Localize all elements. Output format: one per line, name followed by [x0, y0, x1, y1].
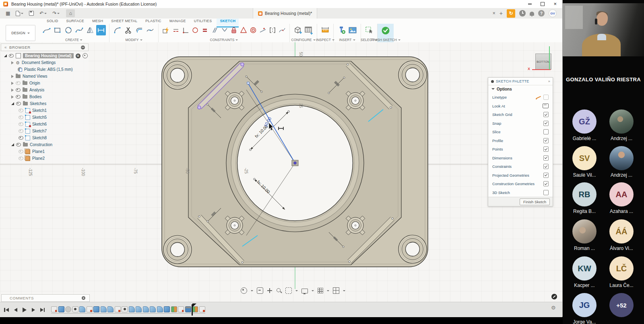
- tree-item[interactable]: Plastic Rule: ABS (1,5 mm): [1, 66, 89, 73]
- expand-icon[interactable]: [11, 102, 14, 105]
- comments-expand-icon[interactable]: [82, 296, 85, 300]
- viewport-canvas[interactable]: fx: 10.00 fx: 10.00 10.00: [0, 42, 562, 302]
- chevron-down-icon[interactable]: [327, 290, 329, 293]
- feature-extrude-icon[interactable]: [58, 306, 64, 312]
- tab-manage[interactable]: MANAGE: [166, 19, 189, 23]
- coincident-constraint-icon[interactable]: [181, 25, 190, 35]
- design-workspace-dropdown[interactable]: DESIGN: [6, 25, 35, 41]
- modify-spline-tool[interactable]: [145, 25, 155, 35]
- options-section[interactable]: Options: [488, 85, 553, 93]
- settings-gear-icon[interactable]: ⚙: [551, 305, 556, 311]
- feature-sketch-icon[interactable]: [51, 306, 57, 312]
- notifications-icon[interactable]: [530, 12, 534, 16]
- feature-fillet-icon[interactable]: [79, 306, 85, 312]
- feature-hole-icon[interactable]: [72, 306, 78, 312]
- select-icon[interactable]: [364, 25, 374, 35]
- tree-item[interactable]: Named Views: [1, 73, 89, 80]
- display-settings-icon[interactable]: [301, 289, 308, 293]
- tab-solid[interactable]: SOLID: [43, 19, 62, 23]
- chevron-down-icon[interactable]: [251, 290, 253, 293]
- feature-disabled-icon[interactable]: [65, 306, 71, 312]
- skip-to-start-button[interactable]: [4, 308, 9, 312]
- points-checkbox[interactable]: [543, 147, 549, 152]
- feature-pattern-icon[interactable]: [171, 306, 177, 312]
- snap-checkbox[interactable]: [543, 121, 549, 126]
- slice-checkbox[interactable]: [543, 129, 549, 134]
- user-avatar[interactable]: GV: [549, 9, 557, 17]
- expand-icon[interactable]: [11, 75, 14, 78]
- equal-constraint-icon[interactable]: [200, 25, 209, 35]
- profile-checkbox[interactable]: [543, 138, 549, 143]
- close-tab-icon[interactable]: ×: [493, 10, 495, 16]
- eye-icon[interactable]: [19, 157, 23, 160]
- tab-sheet-metal[interactable]: SHEET METAL: [108, 19, 140, 23]
- collapse-browser-icon[interactable]: «: [4, 45, 7, 50]
- feature-sketch-icon[interactable]: [87, 306, 93, 312]
- finish-sketch-button[interactable]: Finish Sketch: [520, 198, 550, 205]
- symmetry-constraint-icon[interactable]: [268, 25, 277, 35]
- circle-constraint-icon[interactable]: [191, 25, 199, 35]
- eye-icon[interactable]: [19, 129, 23, 133]
- chevron-down-icon[interactable]: [295, 290, 298, 293]
- expand-icon[interactable]: [11, 61, 14, 64]
- participant-tile[interactable]: Roman ...: [567, 219, 602, 251]
- 3d-sketch-checkbox[interactable]: [543, 190, 549, 195]
- participant-tile[interactable]: LČ Laura Če...: [604, 256, 639, 288]
- eye-icon[interactable]: [16, 88, 21, 92]
- participant-tile[interactable]: AA Azahara ...: [604, 182, 639, 214]
- maximize-button[interactable]: [541, 2, 545, 6]
- feature-fillet-icon[interactable]: [101, 306, 107, 312]
- tree-item[interactable]: ⚙Document Settings: [1, 59, 89, 66]
- insert-group-label[interactable]: INSERT: [339, 38, 355, 42]
- file-menu-button[interactable]: [16, 11, 23, 16]
- sketch-line-tool[interactable]: [42, 25, 52, 35]
- pan-icon[interactable]: [267, 288, 272, 293]
- participant-tile[interactable]: GŽ Gabrielė ...: [567, 109, 602, 141]
- feature-fillet-icon[interactable]: [143, 306, 149, 312]
- tab-utilities[interactable]: UTILITIES: [191, 19, 215, 23]
- expand-icon[interactable]: [11, 82, 14, 85]
- palette-header[interactable]: SKETCH PALETTE »: [488, 78, 553, 85]
- minimize-button[interactable]: [528, 4, 532, 4]
- help-icon[interactable]: ?: [538, 10, 545, 17]
- parallel-constraint-icon[interactable]: [210, 25, 219, 35]
- lock-constraint-icon[interactable]: [229, 25, 238, 35]
- sketch-spline-tool[interactable]: [74, 25, 84, 35]
- tree-item[interactable]: Sketches: [1, 100, 89, 107]
- fillet-tool[interactable]: [113, 25, 122, 35]
- feature-fillet-icon[interactable]: [157, 306, 163, 312]
- construction-geometries-checkbox[interactable]: [543, 181, 549, 186]
- speaker-video[interactable]: [563, 3, 644, 56]
- construction-linetype-icon[interactable]: [536, 95, 541, 100]
- document-tab[interactable]: Bearing Housing (metal)*: [253, 8, 317, 19]
- eye-icon[interactable]: [16, 95, 21, 99]
- tree-root[interactable]: Bearing Housing (metal)G: [1, 52, 89, 59]
- tree-item[interactable]: Sketch5: [1, 114, 89, 121]
- feedback-icon[interactable]: [551, 294, 557, 299]
- tree-item[interactable]: Sketch6: [1, 121, 89, 128]
- eye-icon[interactable]: [19, 150, 23, 153]
- viewports-icon[interactable]: [333, 287, 339, 294]
- feature-fillet-icon[interactable]: [129, 306, 135, 312]
- save-button[interactable]: [29, 11, 34, 16]
- feature-bolt-icon[interactable]: [185, 306, 191, 312]
- eye-icon[interactable]: [16, 143, 21, 147]
- app-grid-icon[interactable]: ▦: [6, 10, 10, 16]
- tree-item[interactable]: Bodies: [1, 93, 89, 100]
- measure-icon[interactable]: [320, 25, 330, 35]
- sketch-rectangle-tool[interactable]: [53, 25, 62, 35]
- browser-minus-icon[interactable]: [81, 45, 85, 50]
- configure-icon[interactable]: [293, 25, 303, 35]
- participant-tile[interactable]: +52: [604, 293, 639, 317]
- feature-fillet-icon[interactable]: [107, 306, 114, 312]
- tree-item[interactable]: Sketch1: [1, 107, 89, 114]
- participant-tile[interactable]: KW Kacper ...: [567, 256, 602, 288]
- undo-button[interactable]: ↶: [39, 10, 47, 16]
- concentric-constraint-icon[interactable]: [249, 25, 257, 35]
- redo-button[interactable]: ↷: [52, 10, 60, 16]
- tree-item[interactable]: Origin: [1, 80, 89, 87]
- play-button[interactable]: [23, 307, 27, 312]
- eye-icon[interactable]: [19, 122, 23, 126]
- eye-icon[interactable]: [16, 81, 21, 85]
- palette-collapse-icon[interactable]: »: [548, 79, 550, 83]
